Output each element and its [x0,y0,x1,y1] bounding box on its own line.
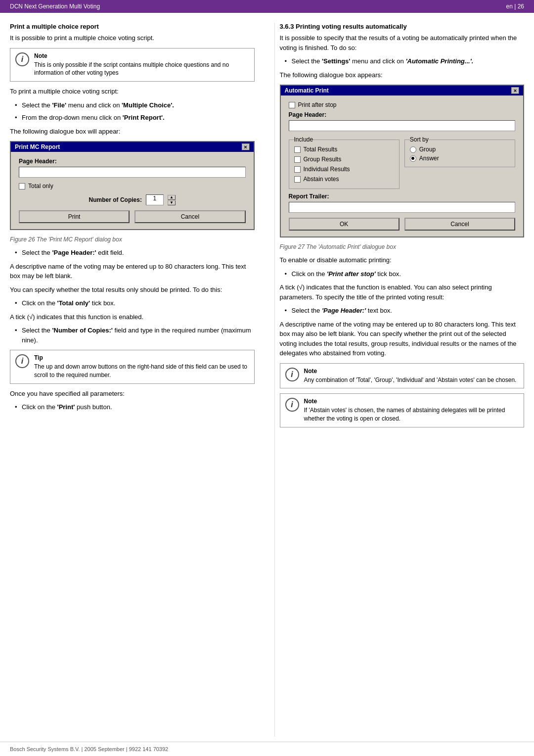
dialog-close-print[interactable]: × [242,143,250,150]
right-desc2: A descriptive name of the voting may be … [280,320,525,358]
right-intro: It is possible to specify that the resul… [280,33,525,52]
bullet-list-5: Click on the 'Print' push button. [15,402,255,412]
bullet-2: From the drop-down menu click on 'Print … [15,113,255,123]
auto-dialog-buttons: OK Cancel [289,218,516,231]
group-results-checkbox[interactable] [294,156,301,163]
fig-caption-right: Figure 27 The 'Automatic Print' dialogue… [280,242,525,251]
main-content: Print a multiple choice report It is pos… [0,13,534,742]
note-label-4: Note [304,398,519,405]
total-only-row: Total only [19,183,246,189]
number-copies-input[interactable]: 1 [146,194,164,205]
tick-desc: A tick (√) indicates that the function i… [280,283,525,302]
para-script: To print a multiple choice voting script… [10,87,255,96]
note-label-3: Note [304,368,519,375]
auto-dialog-titlebar: Automatic Print × [281,86,524,95]
total-only-label: Total only [28,183,53,189]
bullet-4: Click on the 'Total only' tick box. [15,298,255,308]
ok-button[interactable]: OK [289,218,400,231]
print-after-stop-label: Print after stop [298,101,337,108]
individual-results-label: Individual Results [304,166,350,173]
print-after-stop-checkbox[interactable] [289,102,295,108]
note-text-3: Any combination of 'Total', 'Group', 'In… [304,376,519,384]
total-only-checkbox[interactable] [19,183,25,189]
desc2: You can specify whether the total result… [10,285,255,295]
page-header: DCN Next Generation Multi Voting en | 26 [0,0,534,13]
automatic-print-dialog: Automatic Print × Print after stop Page … [280,85,525,237]
auto-dialog-close[interactable]: × [511,87,519,94]
left-section-intro: It is possible to print a multiple choic… [10,33,255,43]
individual-results-checkbox[interactable] [294,166,301,173]
bullet-list-2: Select the 'Page Header:' edit field. [15,248,255,258]
page: DCN Next Generation Multi Voting en | 26… [0,0,534,756]
auto-dialog-body: Print after stop Page Header: Include [281,95,524,236]
abstain-votes-row: Abstain votes [294,176,394,183]
group-radio-row: Group [410,146,510,153]
sortby-col: Sort by Group Answer [404,136,515,189]
bullet-list-1: Select the 'File' menu and click on 'Mul… [15,100,255,123]
tip-icon: i [15,354,29,368]
group-radio[interactable] [410,146,416,153]
dialog-title-print: Print MC Report [15,143,60,150]
number-copies-row: Number of Copies: 1 ▲ ▼ [19,194,246,205]
individual-results-row: Individual Results [294,166,394,173]
tip-content: Tip The up and down arrow buttons on the… [34,354,249,379]
note-box-1: i Note This is only possible if the scri… [10,48,255,82]
number-copies-label: Number of Copies: [89,196,142,203]
dialog-buttons-print: Print Cancel [19,210,246,223]
sortby-legend: Sort by [410,136,429,143]
auto-page-header-label: Page Header: [289,111,516,118]
group-radio-label: Group [419,146,436,153]
answer-radio-label: Answer [419,155,439,162]
right-bullet-1: Select the 'Settings' menu and click on … [285,56,525,66]
group-results-label: Group Results [304,156,342,163]
report-trailer-input[interactable] [289,202,516,213]
print-button[interactable]: Print [19,210,130,223]
abstain-votes-checkbox[interactable] [294,176,301,183]
page-header-row: Page Header: [19,158,246,178]
note-text-4: If 'Abstain votes' is chosen, the names … [304,406,519,423]
right-bullet-list-2: Click on the 'Print after stop' tick box… [285,269,525,279]
right-bullet-2: Click on the 'Print after stop' tick box… [285,269,525,279]
dialog-intro-left: The following dialogue box will appear: [10,127,255,137]
right-section-number: 3.6.3 [280,23,294,30]
fig-caption-left: Figure 26 The 'Print MC Report' dialog b… [10,235,255,244]
answer-radio[interactable] [410,155,416,162]
auto-page-header-input[interactable] [289,120,516,131]
cancel-button-print[interactable]: Cancel [134,210,245,223]
auto-dialog-title: Automatic Print [285,87,329,94]
right-bullet-list-1: Select the 'Settings' menu and click on … [285,56,525,66]
number-spinner: ▲ ▼ [168,195,176,205]
cancel-button-auto[interactable]: Cancel [404,218,515,231]
dialog-body-print: Page Header: Total only Number of Copies… [11,152,254,229]
right-section-title-text: Printing voting results automatically [296,23,407,30]
note-content-1: Note This is only possible if the script… [34,52,249,78]
note-icon-4: i [285,398,299,412]
bullet-1: Select the 'File' menu and click on 'Mul… [15,100,255,110]
answer-radio-row: Answer [410,155,510,162]
desc1: A descriptive name of the voting may be … [10,262,255,281]
note-content-4: Note If 'Abstain votes' is chosen, the n… [304,398,519,423]
spinner-up[interactable]: ▲ [168,195,176,200]
left-column: Print a multiple choice report It is pos… [10,23,260,737]
spinner-down[interactable]: ▼ [168,200,176,205]
footer-text: Bosch Security Systems B.V. | 2005 Septe… [10,746,168,752]
include-sortby-row: Include Total Results Group Results [289,136,516,189]
desc4: Once you have specified all parameters: [10,389,255,399]
auto-page-header-row: Page Header: [289,111,516,131]
report-trailer-row: Report Trailer: [289,193,516,213]
total-results-checkbox[interactable] [294,146,301,153]
right-bullet-3: Select the 'Page Header:' text box. [285,306,525,316]
report-trailer-label: Report Trailer: [289,193,516,200]
page-header-label: Page Header: [19,158,246,165]
right-bullet-list-3: Select the 'Page Header:' text box. [285,306,525,316]
note-text-1: This is only possible if the script cont… [34,61,249,78]
tip-box: i Tip The up and down arrow buttons on t… [10,350,255,384]
right-column: 3.6.3 Printing voting results automatica… [274,23,525,737]
total-results-row: Total Results [294,146,394,153]
dialog-titlebar-print: Print MC Report × [11,142,254,152]
left-section-title: Print a multiple choice report [10,23,255,30]
page-header-input[interactable] [19,167,246,178]
note-icon-3: i [285,368,299,381]
bullet-5: Select the 'Number of Copies:' field and… [15,326,255,345]
tip-text: The up and down arrow buttons on the rig… [34,363,249,379]
